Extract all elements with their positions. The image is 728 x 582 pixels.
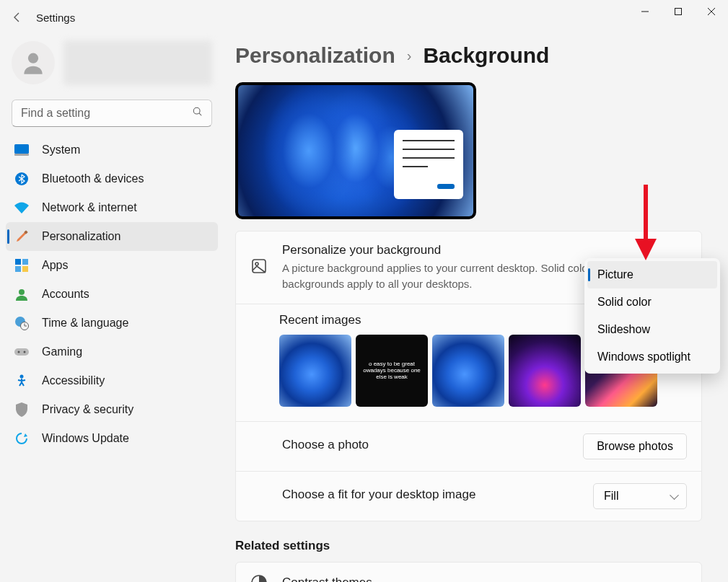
update-icon [14,431,29,446]
paintbrush-icon [14,229,29,244]
minimize-button[interactable] [628,0,662,23]
contrast-themes-label: Contrast themes [282,576,372,583]
background-type-dropdown-menu: Picture Solid color Slideshow Windows sp… [584,258,720,374]
sidebar-item-label: Bluetooth & devices [42,172,144,185]
dropdown-option-solid-color[interactable]: Solid color [587,288,717,316]
contrast-icon [250,574,268,583]
sidebar-item-label: Time & language [42,317,128,330]
svg-rect-8 [14,154,29,156]
sidebar-item-system[interactable]: System [6,136,218,164]
svg-rect-12 [22,259,28,265]
fit-dropdown[interactable]: Fill [593,483,687,509]
sidebar-item-label: Accessibility [42,374,105,387]
svg-point-25 [255,263,258,265]
svg-point-15 [19,289,25,295]
gamepad-icon [14,345,29,359]
back-button[interactable] [9,9,26,26]
svg-rect-7 [14,144,29,154]
bluetooth-icon [14,172,29,186]
sidebar: System Bluetooth & devices Network & int… [0,35,224,582]
sidebar-item-label: System [42,144,80,156]
svg-rect-1 [675,9,682,15]
close-button[interactable] [695,0,728,23]
choose-photo-row: Choose a photo Browse photos [236,422,701,472]
sidebar-item-apps[interactable]: Apps [6,251,218,280]
svg-point-23 [20,375,24,379]
shield-icon [14,402,29,417]
choose-photo-label: Choose a photo [282,438,569,452]
recent-image-thumb[interactable] [279,335,351,407]
person-icon [14,287,29,301]
avatar [12,41,55,84]
search-input[interactable] [12,100,212,127]
user-account-row[interactable] [6,35,218,97]
breadcrumb-parent[interactable]: Personalization [235,43,395,68]
svg-rect-13 [15,266,21,272]
wifi-icon [14,200,29,215]
related-settings-header: Related settings [235,539,702,553]
sidebar-item-bluetooth[interactable]: Bluetooth & devices [6,164,218,193]
title-bar: Settings [0,0,728,35]
svg-point-5 [193,107,200,114]
choose-fit-label: Choose a fit for your desktop image [282,488,579,502]
maximize-button[interactable] [662,0,695,23]
page-title: Background [423,43,549,68]
sidebar-item-label: Apps [42,259,68,272]
sidebar-item-accessibility[interactable]: Accessibility [6,366,218,395]
svg-point-21 [18,351,20,353]
dropdown-option-slideshow[interactable]: Slideshow [587,316,717,343]
sidebar-item-label: Personalization [42,230,120,243]
accessibility-icon [14,374,29,388]
picture-icon [250,257,268,278]
apps-icon [14,258,29,273]
setting-title: Personalize your background [282,243,687,257]
contrast-themes-row[interactable]: Contrast themes [235,562,702,583]
sidebar-item-privacy[interactable]: Privacy & security [6,395,218,424]
clock-globe-icon [14,316,29,330]
recent-image-thumb[interactable] [432,335,504,407]
svg-rect-11 [15,259,21,265]
chevron-right-icon: › [407,48,412,64]
sidebar-item-time-language[interactable]: Time & language [6,309,218,338]
preview-sample-window [394,130,463,199]
svg-point-22 [24,351,26,353]
search-icon [193,107,203,120]
breadcrumb: Personalization › Background [235,35,702,68]
monitor-icon [14,143,29,157]
recent-image-thumb[interactable]: o easy to be great owadays because one e… [356,335,428,407]
svg-rect-20 [14,348,29,356]
svg-point-4 [28,53,38,63]
dropdown-option-windows-spotlight[interactable]: Windows spotlight [587,343,717,371]
dropdown-option-picture[interactable]: Picture [587,261,717,288]
browse-photos-button[interactable]: Browse photos [583,433,687,459]
recent-image-thumb[interactable] [509,335,581,407]
sidebar-item-network[interactable]: Network & internet [6,193,218,222]
desktop-preview [235,82,476,219]
sidebar-item-personalization[interactable]: Personalization [6,222,218,251]
sidebar-item-gaming[interactable]: Gaming [6,338,218,366]
sidebar-item-accounts[interactable]: Accounts [6,280,218,309]
svg-line-6 [199,113,201,115]
sidebar-item-label: Privacy & security [42,403,133,416]
window-title: Settings [36,12,75,24]
user-name-redacted [63,40,212,85]
sidebar-item-windows-update[interactable]: Windows Update [6,424,218,453]
sidebar-item-label: Network & internet [42,201,137,214]
sidebar-item-label: Accounts [42,288,89,301]
sidebar-item-label: Windows Update [42,432,129,445]
sidebar-item-label: Gaming [42,345,82,358]
svg-rect-14 [22,266,28,272]
choose-fit-row: Choose a fit for your desktop image Fill [236,472,701,521]
